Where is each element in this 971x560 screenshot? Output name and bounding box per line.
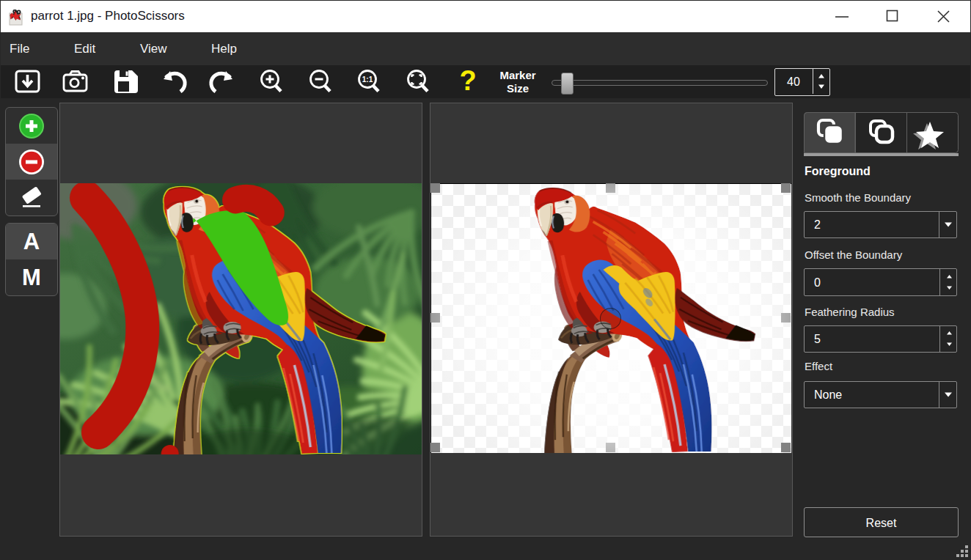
svg-text:1:1: 1:1: [362, 75, 373, 84]
svg-text:?: ?: [459, 65, 476, 96]
